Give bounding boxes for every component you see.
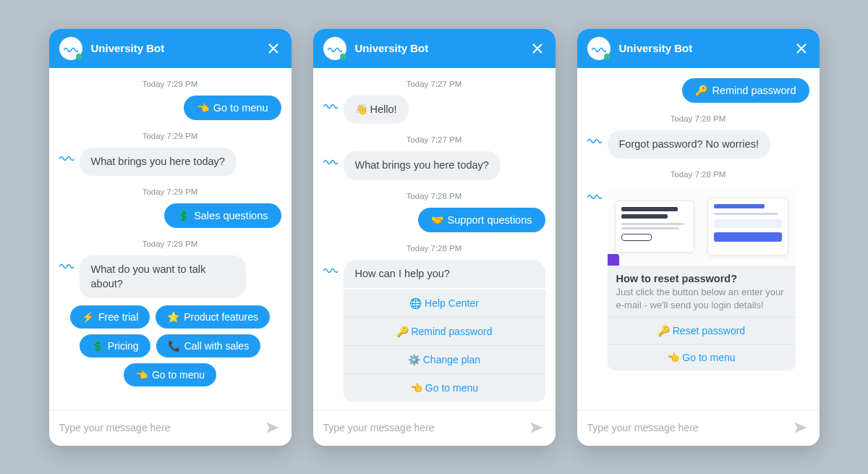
menu-item-change-plan[interactable]: ⚙️ Change plan: [344, 345, 545, 373]
timestamp: Today 7:28 PM: [323, 244, 545, 253]
bot-bubble: What brings you here today?: [80, 148, 237, 177]
user-reply-support-questions[interactable]: 🤝 Support questions: [418, 208, 545, 232]
message-input[interactable]: [323, 422, 528, 433]
message-input[interactable]: [587, 422, 792, 433]
card-image-panel-right: [707, 198, 788, 255]
chip-go-to-menu[interactable]: 👈 Go to menu: [124, 363, 216, 386]
chip-label: Pricing: [108, 340, 139, 352]
timestamp: Today 7:29 PM: [59, 132, 281, 140]
menu-label: Go to menu: [425, 382, 478, 394]
chat-body: 🔑 Remind password Today 7:28 PM Forgot p…: [577, 68, 820, 410]
globe-icon: 🌐: [409, 297, 422, 309]
point-left-icon: 👈: [410, 382, 422, 394]
point-left-icon: 👈: [667, 352, 679, 363]
wave-logo-icon: [59, 261, 74, 268]
timestamp: Today 7:28 PM: [587, 114, 809, 123]
bot-row: 👋 Hello!: [323, 96, 545, 124]
dollar-icon: 💲: [177, 210, 190, 221]
bot-row-avatar: [59, 261, 74, 268]
send-button[interactable]: [264, 419, 281, 436]
bot-row-avatar: [323, 157, 338, 164]
chat-header: University Bot: [577, 29, 820, 68]
bot-row-avatar: [587, 192, 602, 199]
chat-widget-2: University Bot Today 7:27 PM 👋 Hello! To…: [313, 29, 556, 446]
card-description: Just click the button below an enter you…: [616, 286, 787, 311]
close-button[interactable]: [265, 41, 281, 56]
timestamp: Today 7:29 PM: [59, 187, 281, 196]
bot-row: What brings you here today?: [59, 148, 281, 177]
pill-label: Support questions: [448, 214, 532, 226]
send-icon: [529, 420, 544, 435]
chip-product-features[interactable]: ⭐ Product features: [156, 305, 270, 329]
bot-bubble: Forgot password? No worries!: [608, 130, 770, 159]
bot-row: Forgot password? No worries!: [587, 130, 809, 159]
pill-label: Remind password: [712, 85, 796, 96]
wave-logo-icon: [587, 192, 602, 199]
menu-item-help-center[interactable]: 🌐 Help Center: [344, 289, 545, 317]
bot-row-avatar: [323, 266, 338, 273]
chat-body: Today 7:29 PM 👈 Go to menu Today 7:29 PM…: [49, 68, 292, 410]
bot-text: Hello!: [370, 103, 397, 115]
presence-dot-icon: [604, 54, 610, 60]
bot-name: University Bot: [619, 42, 793, 54]
send-icon: [265, 420, 280, 435]
timestamp: Today 7:29 PM: [59, 240, 281, 248]
menu-label: Help Center: [425, 297, 479, 309]
action-label: Reset password: [673, 325, 745, 337]
point-left-icon: 👈: [135, 369, 148, 381]
bot-row-avatar: [59, 153, 74, 161]
user-reply-go-to-menu[interactable]: 👈 Go to menu: [184, 96, 281, 120]
wave-logo-icon: [323, 157, 338, 164]
timestamp: Today 7:29 PM: [59, 80, 281, 88]
bot-bubble: How can I help you?: [344, 260, 545, 289]
user-row: 🔑 Remind password: [587, 78, 809, 103]
bot-avatar-wrap: [59, 37, 82, 60]
bot-row: How can I help you? 🌐 Help Center 🔑 Remi…: [323, 260, 545, 402]
chip-call-with-sales[interactable]: 📞 Call with sales: [156, 334, 260, 357]
send-button[interactable]: [792, 419, 809, 436]
user-reply-remind-password[interactable]: 🔑 Remind password: [682, 78, 809, 103]
bot-avatar-wrap: [587, 37, 610, 60]
chat-header: University Bot: [313, 29, 556, 68]
chip-pricing[interactable]: 💲 Pricing: [80, 334, 150, 357]
pill-label: Sales questions: [194, 210, 268, 221]
key-icon: 🔑: [695, 85, 707, 96]
chat-widget-3: University Bot 🔑 Remind password Today 7…: [577, 29, 820, 446]
card-body: How to reset password? Just click the bu…: [608, 266, 796, 317]
close-button[interactable]: [529, 41, 545, 56]
message-input[interactable]: [59, 422, 264, 433]
bot-bubble: 👋 Hello!: [344, 96, 409, 124]
close-button[interactable]: [793, 41, 809, 56]
pill-label: Go to menu: [213, 102, 268, 114]
chat-widget-1: University Bot Today 7:29 PM 👈 Go to men…: [49, 29, 292, 446]
send-button[interactable]: [528, 419, 545, 436]
star-icon: ⭐: [167, 311, 179, 323]
menu-item-go-to-menu[interactable]: 👈 Go to menu: [344, 373, 545, 402]
user-row: 👈 Go to menu: [59, 96, 281, 120]
point-left-icon: 👈: [197, 102, 209, 114]
card-action-reset-password[interactable]: 🔑 Reset password: [608, 317, 796, 344]
timestamp: Today 7:27 PM: [323, 80, 545, 88]
bot-row-avatar: [587, 136, 602, 143]
send-icon: [793, 420, 808, 435]
bolt-icon: ⚡: [82, 311, 94, 323]
timestamp: Today 7:28 PM: [587, 170, 809, 179]
key-icon: 🔑: [396, 326, 409, 337]
menu-item-remind-password[interactable]: 🔑 Remind password: [344, 317, 545, 345]
card-action-go-to-menu[interactable]: 👈 Go to menu: [608, 344, 796, 371]
user-reply-sales-questions[interactable]: 💲 Sales questions: [164, 203, 281, 228]
quick-reply-chips: ⚡ Free trial ⭐ Product features 💲 Pricin…: [59, 305, 281, 386]
chat-footer: [313, 410, 556, 446]
timestamp: Today 7:28 PM: [323, 192, 545, 200]
card-image-panel-left: [615, 200, 694, 253]
presence-dot-icon: [340, 54, 346, 60]
menu-label: Change plan: [423, 354, 480, 365]
wave-logo-icon: [323, 266, 338, 273]
key-icon: 🔑: [658, 325, 670, 337]
bot-name: University Bot: [91, 42, 265, 54]
info-card: How to reset password? Just click the bu…: [608, 187, 796, 371]
wave-logo-icon: [323, 101, 338, 109]
chip-free-trial[interactable]: ⚡ Free trial: [70, 305, 150, 329]
bot-row: What do you want to talk about?: [59, 255, 281, 298]
wave-logo-icon: [59, 153, 74, 161]
